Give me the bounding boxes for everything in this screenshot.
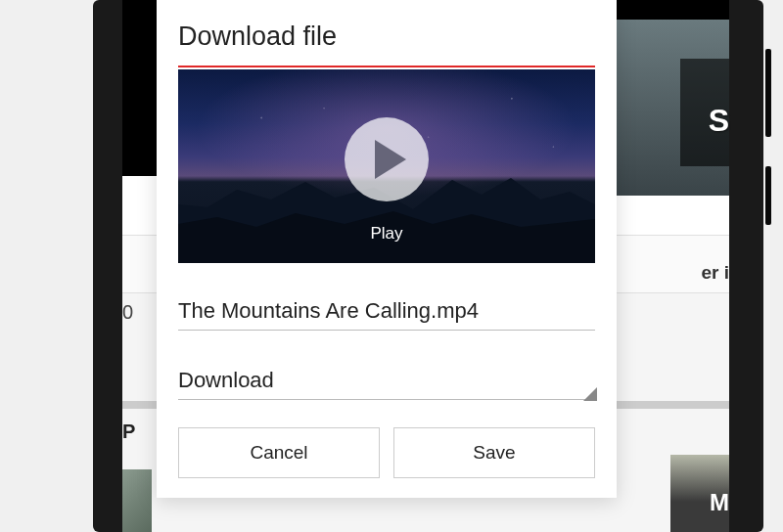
download-location-value: Download — [178, 368, 274, 392]
dialog-button-row: Cancel Save — [178, 427, 595, 478]
phone-side-button — [765, 49, 771, 137]
bg-count-text: 0 — [122, 301, 133, 324]
bg-right-letter-bottom: M — [710, 489, 729, 516]
dialog-title: Download file — [178, 22, 595, 52]
play-button[interactable] — [345, 117, 429, 201]
filename-input[interactable]: The Mountains Are Calling.mp4 — [178, 294, 595, 331]
phone-side-button-2 — [765, 166, 771, 225]
bg-right-text: er i — [701, 262, 729, 284]
phone-bezel-left — [93, 0, 122, 532]
phone-bezel-right — [729, 0, 763, 532]
bg-right-panel: S er i M — [617, 0, 729, 532]
download-location-select[interactable]: Download — [178, 364, 595, 400]
dialog-accent-divider — [178, 66, 595, 67]
cancel-button[interactable]: Cancel — [178, 427, 380, 478]
play-icon — [375, 140, 406, 179]
bg-right-letter-top: S — [709, 103, 729, 139]
save-button[interactable]: Save — [393, 427, 595, 478]
play-label: Play — [178, 224, 595, 244]
video-preview[interactable]: Play — [178, 69, 595, 263]
download-dialog: Download file Play The Mountains Are Cal… — [157, 0, 617, 498]
bg-thumbnail-left — [122, 469, 152, 532]
bg-section-heading: P — [122, 421, 135, 443]
dropdown-corner-icon — [583, 387, 597, 401]
